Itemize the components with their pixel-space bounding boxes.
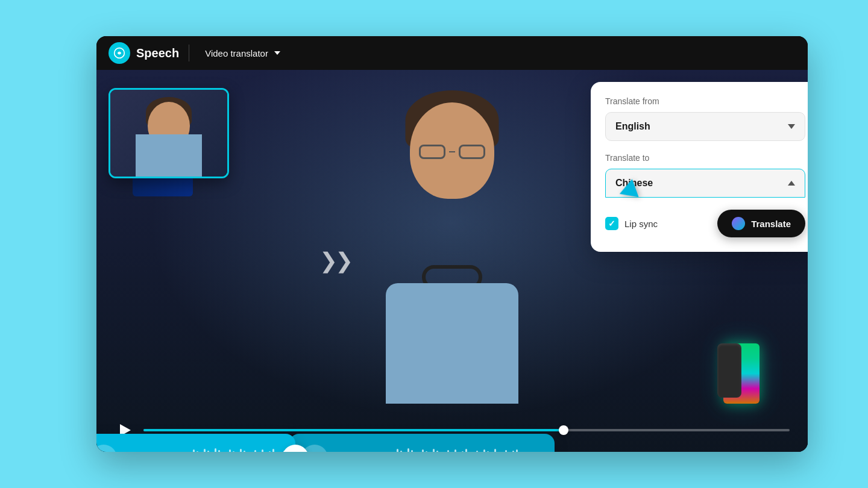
panel-bottom-row: ✓ Lip sync Translate [605,210,805,237]
translate-from-label: Translate from [605,96,805,106]
progress-handle[interactable] [559,425,568,435]
translate-to-label: Translate to [605,153,805,163]
cursor-triangle-icon [616,179,638,203]
translation-panel: Translate from English Translate to Chin… [591,82,808,252]
progress-fill [143,429,564,431]
checkmark-icon: ✓ [608,219,615,228]
logo-text: Speech [136,46,179,60]
english-bar: English [96,434,295,452]
chinese-waveform [393,448,542,452]
english-speaker-icon [96,445,117,452]
speaker-svg [96,451,111,452]
chevron-down-icon [274,51,280,55]
person-body [332,102,573,404]
video-area: ❯❯ Translate from English Translate to C… [96,70,808,452]
arrow-icon: ❯❯ [319,248,351,273]
english-bar-label: English [125,452,174,452]
logo-area: Speech [108,42,179,64]
translate-btn-icon [732,217,745,230]
translate-btn-label: Translate [751,219,791,229]
microphone [717,343,741,398]
glasses [419,145,485,159]
chinese-bar-label: Chinese [336,452,385,452]
chevron-up-icon [788,181,795,186]
glass-right [459,145,485,159]
lip-sync-checkbox[interactable]: ✓ [605,217,618,230]
progress-bar[interactable] [143,429,790,431]
header-bar: Speech Video translator [96,36,808,70]
person-head [410,102,494,199]
logo-icon [108,42,130,64]
english-waveform [182,448,289,452]
translation-bars: English → Chinese [96,434,555,452]
translate-button[interactable]: Translate [717,210,805,237]
thumbnail-person [110,90,227,177]
cursor-arrow [619,181,636,201]
nav-label: Video translator [205,48,268,58]
forward-arrows: ❯❯ [319,248,351,274]
glass-bridge [449,151,455,152]
glass-left [419,145,445,159]
thumb-shirt [136,134,202,177]
chevron-down-icon [788,124,795,129]
from-value: English [615,121,650,132]
nav-menu[interactable]: Video translator [199,45,286,62]
person-shirt [386,283,518,404]
app-container: Speech Video translator [96,36,808,452]
video-thumbnail [108,88,229,178]
header-divider [189,45,189,61]
translate-from-dropdown[interactable]: English [605,112,805,141]
chinese-bar: Chinese [289,434,555,452]
lip-sync-label: Lip sync [624,219,658,229]
arrow-right-icon: → [289,450,302,452]
speaker-svg-2 [307,451,322,452]
lip-sync-row: ✓ Lip sync [605,217,658,230]
